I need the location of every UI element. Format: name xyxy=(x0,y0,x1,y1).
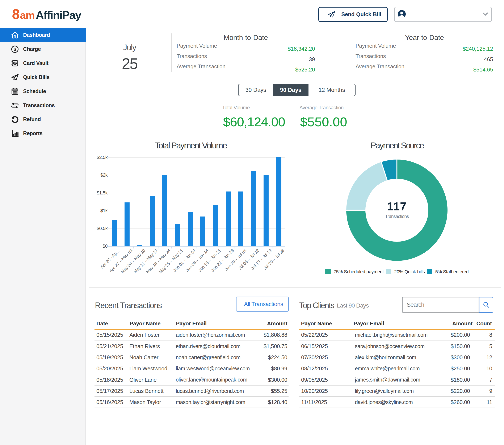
svg-text:$: $ xyxy=(14,47,16,52)
